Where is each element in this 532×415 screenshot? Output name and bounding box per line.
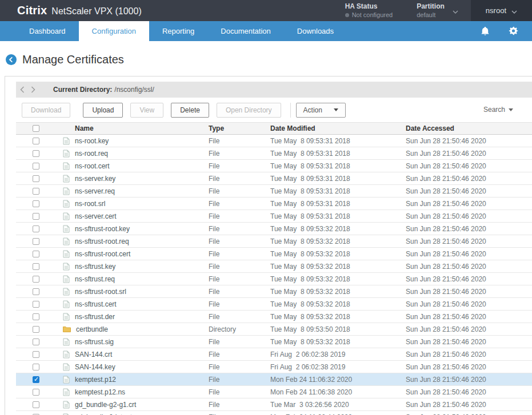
row-checkbox[interactable]	[33, 251, 39, 257]
table-row[interactable]: ns-server.certFileTue May 8 09:53:31 201…	[16, 210, 532, 223]
table-row[interactable]: ns-sftrust.sigFileTue May 8 09:53:32 201…	[16, 336, 532, 348]
file-type: File	[206, 225, 269, 233]
nav-tabs: DashboardConfigurationReportingDocumenta…	[16, 21, 347, 41]
table-row[interactable]: ns-root.certFileTue May 8 09:53:31 2018S…	[16, 160, 532, 172]
select-all-checkbox[interactable]	[33, 125, 39, 132]
row-checkbox[interactable]	[33, 188, 39, 195]
file-date-modified: Tue Mar 3 03:26:56 2020	[269, 401, 403, 409]
settings-gear-icon[interactable]	[509, 26, 518, 36]
table-row[interactable]: ns-sftrust-root.certFileTue May 8 09:53:…	[16, 248, 532, 260]
tab-downloads[interactable]: Downloads	[284, 21, 347, 41]
file-type: File	[206, 288, 269, 296]
file-date-accessed: Sun Jun 28 21:50:46 2020	[403, 225, 532, 233]
file-date-accessed: Sun Jun 28 21:50:46 2020	[403, 401, 532, 409]
table-row[interactable]: SAN-144.keyFileFri Aug 2 06:02:38 2019Su…	[16, 361, 532, 373]
user-name: nsroot	[486, 6, 506, 15]
file-icon	[63, 212, 70, 220]
history-forward-icon[interactable]	[31, 86, 35, 93]
delete-button[interactable]: Delete	[171, 103, 209, 118]
row-checkbox[interactable]	[33, 326, 39, 333]
back-button[interactable]	[6, 54, 17, 65]
row-checkbox[interactable]	[33, 150, 39, 157]
table-row[interactable]: ns-sftrust.derFileTue May 8 09:53:32 201…	[16, 311, 532, 323]
row-checkbox[interactable]	[33, 263, 39, 270]
table-row[interactable]: ns-server.keyFileTue May 8 09:53:31 2018…	[16, 172, 532, 185]
table-row[interactable]: SAN-144.crtFileFri Aug 2 06:02:38 2019Su…	[16, 348, 532, 361]
tab-reporting[interactable]: Reporting	[149, 21, 207, 41]
file-name: SAN-144.key	[75, 363, 115, 371]
file-name: ns-sftrust-root.key	[75, 225, 130, 233]
file-type: File	[206, 350, 269, 358]
file-name: ns-server.key	[75, 175, 115, 183]
row-checkbox[interactable]	[33, 238, 39, 245]
partition-chevron-down-icon[interactable]	[453, 6, 458, 16]
file-icon	[63, 225, 70, 233]
row-checkbox[interactable]	[33, 401, 39, 408]
row-checkbox[interactable]	[33, 376, 39, 383]
file-icon	[63, 313, 70, 321]
file-type: File	[206, 212, 269, 220]
table-row[interactable]: ns-sftrust.certFileTue May 8 09:53:32 20…	[16, 298, 532, 311]
user-chevron-down-icon	[511, 6, 517, 16]
file-name: ns-server.req	[75, 187, 115, 195]
row-checkbox[interactable]	[33, 138, 39, 144]
file-date-modified: Tue May 8 09:53:32 2018	[269, 237, 403, 245]
table-row[interactable]: gd_bundle-2-int.crtFileMon Feb 24 11:06:…	[16, 411, 532, 415]
table-row[interactable]: kemptest.p12.nsFileMon Feb 24 11:06:38 2…	[16, 386, 532, 398]
table-row[interactable]: gd_bundle-g2-g1.crtFileTue Mar 3 03:26:5…	[16, 398, 532, 411]
column-header-name[interactable]: Name	[60, 124, 206, 132]
table-row[interactable]: ns-server.reqFileTue May 8 09:53:31 2018…	[16, 185, 532, 198]
row-checkbox[interactable]	[33, 339, 39, 345]
table-row[interactable]: certbundleDirectoryTue May 8 09:53:50 20…	[16, 323, 532, 336]
row-checkbox[interactable]	[33, 313, 39, 320]
upload-button[interactable]: Upload	[83, 103, 123, 118]
column-header-date-modified[interactable]: Date Modified	[269, 124, 403, 132]
table-row[interactable]: ns-sftrust.reqFileTue May 8 09:53:32 201…	[16, 273, 532, 285]
row-checkbox[interactable]	[33, 213, 39, 220]
tab-documentation[interactable]: Documentation	[207, 21, 283, 41]
table-row[interactable]: kemptest.p12FileMon Feb 24 11:06:32 2020…	[16, 373, 532, 386]
file-name: ns-root.key	[75, 137, 109, 145]
table-row[interactable]: ns-root.reqFileTue May 8 09:53:31 2018Su…	[16, 147, 532, 160]
table-row[interactable]: ns-sftrust-root.srlFileTue May 8 09:53:3…	[16, 285, 532, 298]
row-checkbox[interactable]	[33, 200, 39, 207]
row-checkbox[interactable]	[33, 225, 39, 232]
file-icon	[63, 237, 70, 245]
file-icon	[63, 363, 70, 371]
brand-citrix: Citrix	[17, 4, 47, 17]
table-row[interactable]: ns-sftrust.keyFileTue May 8 09:53:32 201…	[16, 260, 532, 273]
table-row[interactable]: ns-sftrust-root.reqFileTue May 8 09:53:3…	[16, 235, 532, 248]
row-checkbox[interactable]	[33, 288, 39, 295]
tab-configuration[interactable]: Configuration	[79, 21, 149, 41]
row-checkbox[interactable]	[33, 351, 39, 358]
action-dropdown[interactable]: Action	[296, 103, 346, 118]
toolbar-divider	[290, 103, 291, 118]
file-type: File	[206, 300, 269, 308]
row-checkbox[interactable]	[33, 175, 39, 182]
file-date-accessed: Sun Jun 28 21:50:46 2020	[403, 288, 532, 296]
file-icon	[63, 187, 70, 195]
search-toggle[interactable]: Search	[483, 106, 513, 114]
file-date-accessed: Sun Jun 28 21:50:46 2020	[403, 300, 532, 308]
file-date-accessed: Sun Jun 28 21:50:46 2020	[403, 388, 532, 396]
notifications-bell-icon[interactable]	[481, 26, 490, 37]
row-checkbox[interactable]	[33, 389, 39, 396]
download-button: Download	[22, 103, 70, 118]
action-caret-icon	[334, 108, 338, 111]
row-checkbox[interactable]	[33, 276, 39, 283]
row-checkbox[interactable]	[33, 163, 39, 170]
row-checkbox[interactable]	[33, 364, 39, 370]
column-header-date-accessed[interactable]: Date Accessed	[403, 124, 532, 132]
top-bar: Citrix NetScaler VPX (1000) HA Status No…	[0, 0, 532, 21]
user-menu[interactable]: nsroot	[471, 0, 532, 21]
table-row[interactable]: ns-sftrust-root.keyFileTue May 8 09:53:3…	[16, 223, 532, 235]
partition-label: Partition	[417, 2, 445, 11]
table-row[interactable]: ns-root.srlFileTue May 8 09:53:31 2018Su…	[16, 198, 532, 210]
history-back-icon[interactable]	[20, 86, 25, 93]
column-header-type[interactable]: Type	[206, 124, 269, 132]
file-type: File	[206, 187, 269, 195]
row-checkbox[interactable]	[33, 301, 39, 308]
partition-block[interactable]: Partition default	[417, 2, 445, 19]
table-row[interactable]: ns-root.keyFileTue May 8 09:53:31 2018Su…	[16, 135, 532, 147]
tab-dashboard[interactable]: Dashboard	[16, 21, 79, 41]
